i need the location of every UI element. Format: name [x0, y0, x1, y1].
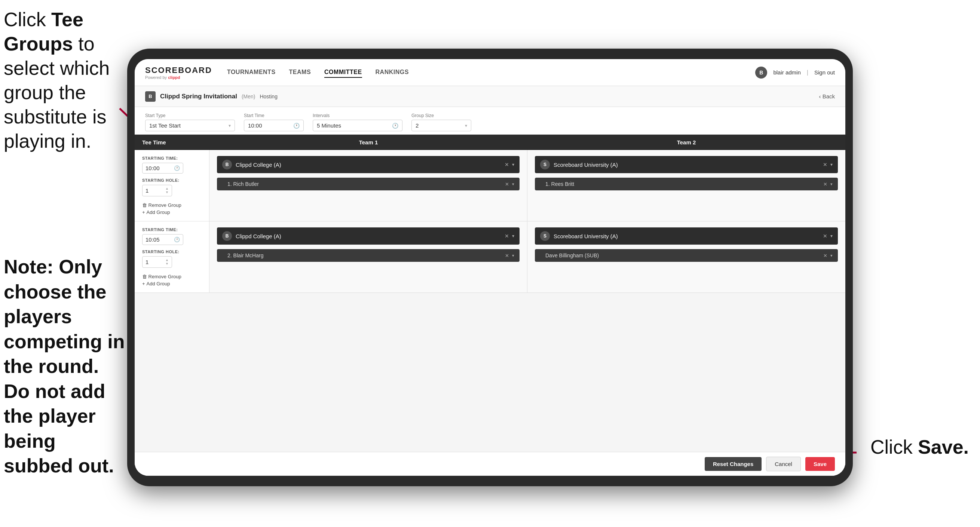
table-header: Tee Time Team 1 Team 2: [135, 135, 845, 150]
main-content: Start Type 1st Tee Start ▾ Start Time 10…: [135, 107, 845, 476]
player-card-2-2-1[interactable]: Dave Billingham (SUB) ✕ ▾: [535, 249, 838, 262]
team-chevron-1-2: ▾: [830, 162, 833, 167]
team-card-1-1[interactable]: B Clippd College (A) ✕ ▾: [217, 156, 520, 173]
start-type-chevron: ▾: [229, 123, 231, 128]
nav-committee[interactable]: COMMITTEE: [324, 67, 362, 78]
th-tee-time: Tee Time: [135, 135, 210, 150]
plus-icon-2: +: [142, 281, 145, 287]
hole-up-2[interactable]: ▲: [165, 258, 169, 262]
team-cell-1-1: B Clippd College (A) ✕ ▾ 1. Rich Butler …: [210, 150, 527, 221]
time-value-2: 10:05: [145, 236, 172, 243]
logo-area: SCOREBOARD Powered by clippd: [145, 65, 212, 80]
time-input-2[interactable]: 10:05 🕐: [142, 234, 183, 245]
logo-scoreboard: SCOREBOARD: [145, 65, 212, 75]
player-close-1-1-1[interactable]: ✕: [505, 182, 509, 187]
intervals-input[interactable]: 5 Minutes 🕐: [313, 120, 402, 131]
remove-group-1[interactable]: 🗑 Remove Group: [142, 202, 202, 208]
sub-header-left: B Clippd Spring Invitational (Men) Hosti…: [145, 91, 819, 102]
player-chevron-1-2-1: ▾: [830, 182, 833, 187]
add-group-1[interactable]: + Add Group: [142, 209, 202, 215]
intervals-clock-icon: 🕐: [392, 123, 398, 129]
remove-group-2[interactable]: 🗑 Remove Group: [142, 274, 202, 279]
group-size-group: Group Size 2 ▾: [412, 113, 471, 131]
starting-hole-label-2: STARTING HOLE:: [142, 250, 202, 254]
cancel-button[interactable]: Cancel: [766, 457, 801, 471]
team-icon-1-2: S: [540, 160, 550, 169]
player-card-1-2-1[interactable]: 1. Rees Britt ✕ ▾: [535, 178, 838, 190]
annotation-top-left: Click Tee Groups to select which group t…: [4, 8, 120, 153]
sub-badge: (Men): [242, 94, 256, 99]
bottom-bar: Reset Changes Cancel Save: [135, 452, 845, 476]
player-name-2-2-1: Dave Billingham (SUB): [546, 253, 819, 258]
start-type-input[interactable]: 1st Tee Start ▾: [145, 120, 235, 131]
team-cell-2-2: S Scoreboard University (A) ✕ ▾ Dave Bil…: [527, 221, 845, 293]
nav-avatar: B: [755, 67, 767, 78]
group-size-input[interactable]: 2 ▾: [412, 120, 471, 131]
start-time-value: 10:00: [248, 122, 290, 129]
team-close-1-2[interactable]: ✕: [823, 162, 827, 167]
back-button[interactable]: ‹ Back: [819, 93, 835, 99]
player-chevron-2-2-1: ▾: [830, 253, 833, 258]
controls-labels: Start Type 1st Tee Start ▾ Start Time 10…: [145, 113, 835, 131]
team-close-2-2[interactable]: ✕: [823, 233, 827, 239]
group-actions-2: 🗑 Remove Group + Add Group: [142, 274, 202, 287]
team-chevron-2-1: ▾: [512, 233, 514, 239]
annotation-bottom-left: Note: Only choose the players competing …: [4, 254, 127, 478]
hole-input-2[interactable]: 1 ▲ ▼: [142, 256, 172, 268]
tablet-bezel: SCOREBOARD Powered by clippd TOURNAMENTS…: [127, 49, 853, 486]
group-size-label: Group Size: [412, 113, 471, 118]
add-group-label-1: Add Group: [146, 209, 170, 215]
team-name-2-2: Scoreboard University (A): [554, 233, 819, 239]
add-group-2[interactable]: + Add Group: [142, 281, 202, 287]
player-chevron-2-1-1: ▾: [512, 253, 514, 258]
annotation-right: Click Save.: [870, 436, 969, 458]
team-cell-1-2: S Scoreboard University (A) ✕ ▾ 1. Rees …: [527, 150, 845, 221]
start-time-input[interactable]: 10:00 🕐: [244, 120, 304, 131]
team-icon-2-1: B: [222, 231, 232, 241]
start-time-group: Start Time 10:00 🕐: [244, 113, 304, 131]
th-team1: Team 1: [210, 135, 527, 150]
nav-teams[interactable]: TEAMS: [289, 67, 311, 78]
time-input-1[interactable]: 10:00 🕐: [142, 163, 183, 174]
intervals-label: Intervals: [313, 113, 402, 118]
time-value-1: 10:00: [145, 165, 172, 171]
nav-rankings[interactable]: RANKINGS: [375, 67, 409, 78]
player-close-2-1-1[interactable]: ✕: [505, 253, 509, 258]
nav-username: blair admin: [773, 69, 800, 76]
reset-changes-button[interactable]: Reset Changes: [705, 457, 762, 471]
nav-tournaments[interactable]: TOURNAMENTS: [227, 67, 276, 78]
navbar: SCOREBOARD Powered by clippd TOURNAMENTS…: [135, 59, 845, 86]
hole-input-1[interactable]: 1 ▲ ▼: [142, 185, 172, 196]
group-row-1: STARTING TIME: 10:00 🕐 STARTING HOLE: 1 …: [135, 150, 845, 221]
starting-hole-label-1: STARTING HOLE:: [142, 178, 202, 183]
player-card-1-1-1[interactable]: 1. Rich Butler ✕ ▾: [217, 178, 520, 190]
sub-hosting: Hosting: [259, 94, 277, 99]
nav-signout[interactable]: Sign out: [814, 69, 835, 76]
team-chevron-1-1: ▾: [512, 162, 514, 167]
time-icon-1: 🕐: [174, 165, 180, 171]
team-card-2-1[interactable]: B Clippd College (A) ✕ ▾: [217, 228, 520, 245]
hole-up-1[interactable]: ▲: [165, 187, 169, 190]
team-cell-2-1: B Clippd College (A) ✕ ▾ 2. Blair McHarg…: [210, 221, 527, 293]
sub-title: Clippd Spring Invitational: [160, 93, 237, 100]
team-chevron-2-2: ▾: [830, 233, 833, 239]
hole-value-1: 1: [145, 187, 163, 194]
team-close-2-1[interactable]: ✕: [504, 233, 509, 239]
player-close-2-2-1[interactable]: ✕: [823, 253, 827, 258]
save-button[interactable]: Save: [805, 457, 835, 471]
tablet-screen: SCOREBOARD Powered by clippd TOURNAMENTS…: [135, 59, 845, 476]
player-close-1-2-1[interactable]: ✕: [823, 182, 827, 187]
intervals-value: 5 Minutes: [317, 122, 389, 129]
controls-row: Start Type 1st Tee Start ▾ Start Time 10…: [135, 107, 845, 135]
hole-down-2[interactable]: ▼: [165, 262, 169, 266]
player-card-2-1-1[interactable]: 2. Blair McHarg ✕ ▾: [217, 249, 520, 262]
team-card-2-2[interactable]: S Scoreboard University (A) ✕ ▾: [535, 228, 838, 245]
starting-time-label-2: STARTING TIME:: [142, 228, 202, 232]
hole-down-1[interactable]: ▼: [165, 191, 169, 194]
group-actions-1: 🗑 Remove Group + Add Group: [142, 202, 202, 215]
nav-links: TOURNAMENTS TEAMS COMMITTEE RANKINGS: [227, 67, 756, 78]
team-icon-1-1: B: [222, 160, 232, 169]
team-close-1-1[interactable]: ✕: [504, 162, 509, 167]
team-card-1-2[interactable]: S Scoreboard University (A) ✕ ▾: [535, 156, 838, 173]
team-name-2-1: Clippd College (A): [235, 233, 501, 239]
